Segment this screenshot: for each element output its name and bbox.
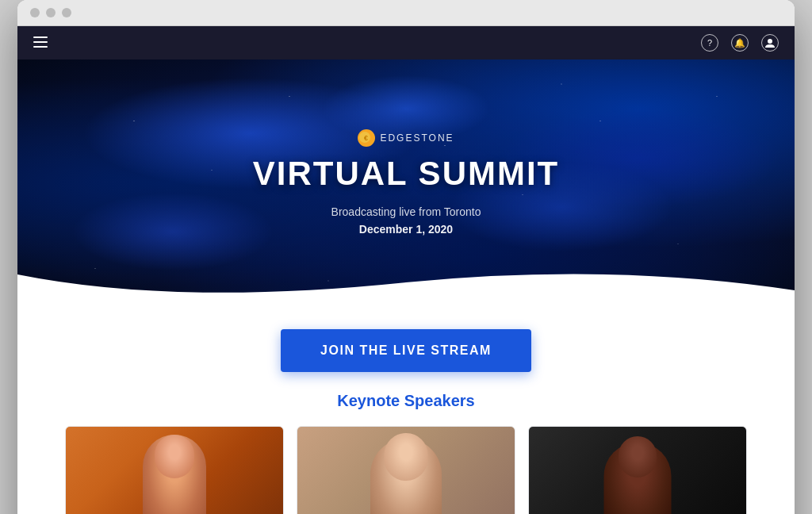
browser-chrome: [17, 0, 795, 26]
speakers-grid: Jodie Smith Product Designer Asgardia Sa…: [65, 426, 747, 514]
browser-content: ? 🔔 € EDG: [17, 26, 795, 514]
brand-logo: € EDGESTONE: [358, 129, 454, 147]
svg-text:€: €: [364, 134, 368, 142]
speaker-photo-savannah: [297, 427, 515, 514]
traffic-light-green[interactable]: [62, 8, 71, 17]
hamburger-menu-icon[interactable]: [33, 35, 48, 52]
logo-icon: €: [358, 129, 375, 147]
hero-title: VIRTUAL SUMMIT: [253, 155, 560, 193]
svg-rect-1: [33, 41, 48, 43]
wave-divider: [17, 259, 795, 305]
user-icon[interactable]: [761, 34, 779, 52]
traffic-light-yellow[interactable]: [46, 8, 56, 17]
speaker-card-savannah: Savannah Miles Marketing Lead Fossa: [297, 426, 515, 514]
keynote-section: Keynote Speakers Jodie Smith Product Des…: [17, 392, 795, 514]
hero-date: December 1, 2020: [359, 223, 453, 236]
notification-icon[interactable]: 🔔: [731, 34, 749, 52]
speaker-photo-jodie: [66, 427, 283, 514]
top-nav: ? 🔔: [17, 26, 795, 59]
traffic-light-red[interactable]: [30, 8, 40, 17]
speaker-card-arthur: Arthur Watson Head of Sales Hex Lab: [528, 426, 747, 514]
brand-name: EDGESTONE: [380, 132, 454, 144]
help-icon[interactable]: ?: [701, 34, 718, 52]
join-livestream-button[interactable]: JOIN THE LIVE STREAM: [281, 329, 531, 372]
speaker-card-jodie: Jodie Smith Product Designer Asgardia: [65, 426, 284, 514]
browser-window: ? 🔔 € EDG: [17, 0, 795, 514]
content-area: JOIN THE LIVE STREAM Keynote Speakers Jo…: [17, 305, 795, 514]
svg-rect-2: [33, 46, 48, 48]
hero-section: € EDGESTONE VIRTUAL SUMMIT Broadcasting …: [17, 59, 795, 305]
svg-rect-0: [33, 36, 48, 38]
nav-right-icons: ? 🔔: [701, 34, 779, 52]
keynote-title: Keynote Speakers: [65, 392, 747, 410]
hero-subtitle: Broadcasting live from Toronto: [331, 202, 481, 222]
svg-point-3: [768, 39, 772, 44]
cta-section: JOIN THE LIVE STREAM: [17, 305, 795, 392]
speaker-photo-arthur: [529, 427, 746, 514]
